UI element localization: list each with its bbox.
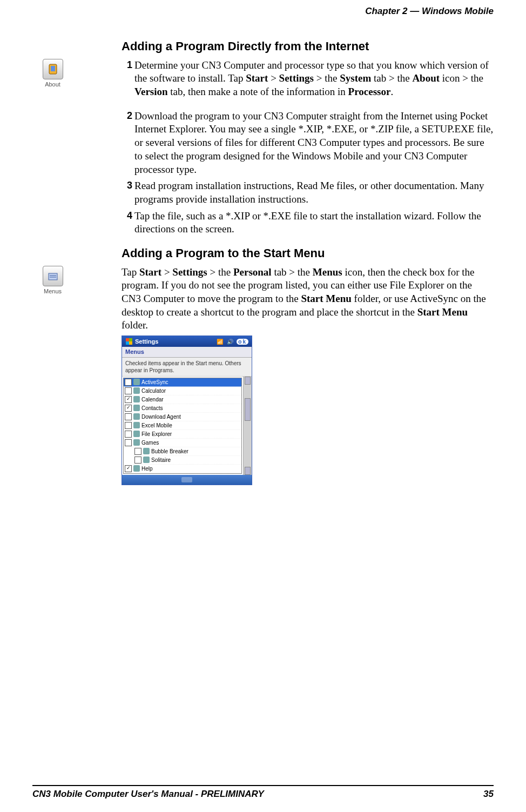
ss-item-label: Games — [141, 439, 159, 446]
menus-icon-label: Menus — [32, 287, 73, 295]
ss-item-label: ActiveSync — [141, 379, 168, 386]
checkbox-icon — [125, 379, 132, 386]
settings-menus-screenshot: Settings 📶 🔊 ok Menus Checked items appe… — [122, 335, 252, 485]
ss-list-item: Calculator — [124, 387, 241, 395]
step-number-4: 4 — [122, 210, 132, 222]
ss-item-label: Contacts — [141, 405, 163, 412]
ss-item-label: Calendar — [141, 396, 164, 403]
ss-status-icons: 📶 🔊 ok — [217, 338, 248, 345]
ss-list-item: ✓Contacts — [124, 404, 241, 413]
start-menu-paragraph: Tap Start > Settings > the Personal tab … — [122, 266, 494, 332]
checkbox-icon: ✓ — [125, 465, 132, 472]
ss-list-item: ✓Help — [124, 465, 241, 473]
step-1-text: Determine your CN3 Computer and processo… — [134, 59, 494, 99]
ss-item-label: Download Agent — [141, 413, 181, 420]
ss-list: ActiveSyncCalculator✓Calendar✓ContactsDo… — [123, 378, 242, 474]
windows-flag-icon — [125, 338, 133, 345]
heading-adding-internet: Adding a Program Directly from the Inter… — [122, 39, 494, 55]
ss-item-label: Solitaire — [151, 457, 171, 464]
ss-item-label: Help — [141, 465, 153, 472]
program-icon — [143, 457, 150, 463]
program-icon — [133, 413, 140, 420]
ss-tab-menus: Menus — [122, 347, 252, 357]
program-icon — [133, 465, 140, 472]
ss-titlebar: Settings 📶 🔊 ok — [122, 336, 252, 347]
heading-adding-start-menu: Adding a Program to the Start Menu — [122, 246, 494, 261]
ss-list-item: Bubble Breaker — [133, 447, 241, 456]
step-3-text: Read program installation instructions, … — [134, 179, 494, 206]
menus-icon-block: Menus — [32, 266, 73, 295]
program-icon — [133, 396, 140, 402]
step-number-1: 1 — [122, 59, 132, 71]
ss-item-label: Calculator — [141, 387, 166, 394]
about-icon-block: About — [32, 59, 73, 88]
checkbox-icon — [134, 457, 141, 464]
ss-bottombar — [122, 475, 252, 485]
program-icon — [133, 379, 140, 385]
footer-title: CN3 Mobile Computer User's Manual - PREL… — [32, 788, 264, 800]
program-icon — [133, 422, 140, 428]
ss-item-label: Excel Mobile — [141, 422, 172, 429]
checkbox-icon: ✓ — [125, 396, 132, 403]
ss-item-label: File Explorer — [141, 431, 172, 438]
ss-list-item: ✓Calendar — [124, 395, 241, 404]
about-icon — [43, 59, 63, 79]
ss-scrollbar — [243, 377, 252, 475]
svg-rect-7 — [126, 341, 129, 345]
checkbox-icon — [134, 448, 141, 455]
checkbox-icon: ✓ — [125, 405, 132, 412]
ss-instruction: Checked items appear in the Start menu. … — [122, 358, 252, 377]
svg-rect-8 — [129, 341, 132, 345]
step-4-text: Tap the file, such as a *.XIP or *.EXE f… — [134, 210, 494, 236]
ss-list-item: File Explorer — [124, 430, 241, 439]
checkbox-icon — [125, 413, 132, 420]
program-icon — [133, 439, 140, 446]
ss-list-item: Excel Mobile — [124, 421, 241, 430]
ss-list-item: Download Agent — [124, 413, 241, 421]
keyboard-icon — [181, 477, 192, 482]
svg-rect-6 — [129, 338, 132, 341]
ss-list-item: ActiveSync — [124, 378, 241, 387]
svg-rect-5 — [126, 338, 129, 341]
checkbox-icon — [125, 439, 132, 446]
about-icon-label: About — [32, 80, 73, 88]
ss-item-label: Bubble Breaker — [151, 448, 188, 455]
svg-rect-2 — [49, 273, 57, 280]
checkbox-icon — [125, 431, 132, 438]
checkbox-icon — [125, 422, 132, 429]
step-number-2: 2 — [122, 110, 132, 122]
page-header: Chapter 2 — Windows Mobile — [0, 0, 526, 17]
program-icon — [133, 431, 140, 437]
ss-list-item: Games — [124, 439, 241, 447]
page-number: 35 — [483, 788, 494, 800]
program-icon — [133, 405, 140, 411]
program-icon — [143, 448, 150, 454]
ss-title: Settings — [135, 338, 158, 345]
step-number-3: 3 — [122, 179, 132, 192]
svg-rect-1 — [51, 66, 55, 71]
step-2-text: Download the program to your CN3 Compute… — [134, 110, 494, 176]
program-icon — [133, 387, 140, 394]
menus-icon — [43, 266, 63, 286]
ss-list-item: Solitaire — [133, 456, 241, 465]
checkbox-icon — [125, 387, 132, 394]
